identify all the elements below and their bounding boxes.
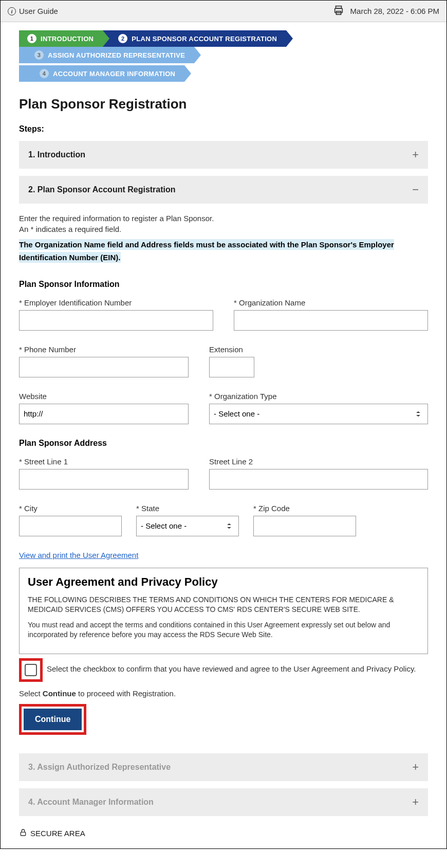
label-extension: Extension [209, 345, 271, 354]
intro-line-1: Enter the required information to regist… [19, 214, 428, 223]
continue-button[interactable]: Continue [24, 709, 82, 730]
org-type-select[interactable]: - Select one - [209, 404, 428, 424]
steps-label: Steps: [19, 124, 428, 134]
print-icon[interactable] [333, 5, 344, 17]
phone-field[interactable] [19, 357, 189, 377]
intro-line-2: An * indicates a required field. [19, 225, 428, 233]
user-agreement-link[interactable]: View and print the User Agreement [19, 551, 138, 559]
step-assign-rep[interactable]: 3ASSIGN AUTHORIZED REPRESENTATIVE [19, 47, 194, 63]
label-zip: * Zip Code [253, 504, 356, 513]
plus-icon: + [412, 795, 419, 809]
zip-field[interactable] [253, 516, 356, 536]
progress-stepper: 1INTRODUCTION 2PLAN SPONSOR ACCOUNT REGI… [19, 30, 428, 82]
accordion-introduction[interactable]: 1. Introduction + [19, 141, 428, 169]
plus-icon: + [412, 761, 419, 774]
accordion-assign-rep[interactable]: 3. Assign Authorized Representative + [19, 753, 428, 781]
plus-icon: + [412, 148, 419, 161]
datetime-text: March 28, 2022 - 6:06 PM [350, 7, 439, 15]
user-guide-link[interactable]: User Guide [19, 7, 58, 15]
secure-area: SECURE AREA [19, 823, 428, 838]
state-select[interactable]: - Select one - [136, 516, 239, 536]
ein-field[interactable] [19, 310, 213, 331]
step-account-manager[interactable]: 4ACCOUNT MANAGER INFORMATION [19, 65, 184, 82]
agreement-box[interactable]: User Agreement and Privacy Policy THE FO… [19, 568, 428, 654]
step-plan-sponsor[interactable]: 2PLAN SPONSOR ACCOUNT REGISTRATION [103, 30, 286, 47]
label-street2: Street Line 2 [209, 457, 428, 466]
checkbox-label: Select the checkbox to confirm that you … [47, 658, 416, 673]
info-icon: i [8, 7, 16, 15]
section-plan-sponsor-address: Plan Sponsor Address [19, 439, 428, 448]
label-ein: * Employer Identification Number [19, 298, 213, 307]
ein-notice: The Organization Name field and Address … [19, 239, 394, 263]
continue-instruction: Select Continue to proceed with Registra… [19, 689, 428, 698]
website-field[interactable] [19, 404, 189, 424]
lock-icon [19, 828, 27, 838]
agreement-p2: You must read and accept the terms and c… [28, 620, 419, 640]
label-city: * City [19, 504, 122, 513]
street1-field[interactable] [19, 469, 189, 490]
label-website: Website [19, 392, 189, 401]
section-plan-sponsor-info: Plan Sponsor Information [19, 280, 428, 289]
minus-icon: − [412, 183, 419, 196]
checkbox-highlight [19, 658, 43, 682]
continue-highlight: Continue [19, 704, 86, 735]
label-street1: * Street Line 1 [19, 457, 189, 466]
page-title: Plan Sponsor Registration [19, 96, 428, 112]
extension-field[interactable] [209, 357, 254, 377]
agreement-title: User Agreement and Privacy Policy [28, 575, 419, 589]
top-header: i User Guide March 28, 2022 - 6:06 PM [1, 1, 446, 22]
label-org-name: * Organization Name [234, 298, 428, 307]
agree-checkbox[interactable] [25, 664, 37, 676]
agreement-p1: THE FOLLOWING DESCRIBES THE TERMS AND CO… [28, 595, 419, 615]
org-name-field[interactable] [234, 310, 428, 331]
label-state: * State [136, 504, 239, 513]
street2-field[interactable] [209, 469, 428, 490]
step-introduction[interactable]: 1INTRODUCTION [19, 30, 103, 47]
accordion-plan-sponsor[interactable]: 2. Plan Sponsor Account Registration − [19, 176, 428, 204]
label-phone: * Phone Number [19, 345, 189, 354]
label-org-type: * Organization Type [209, 392, 428, 401]
city-field[interactable] [19, 516, 122, 536]
svg-rect-3 [21, 832, 25, 836]
accordion-account-manager[interactable]: 4. Account Manager Information + [19, 788, 428, 816]
